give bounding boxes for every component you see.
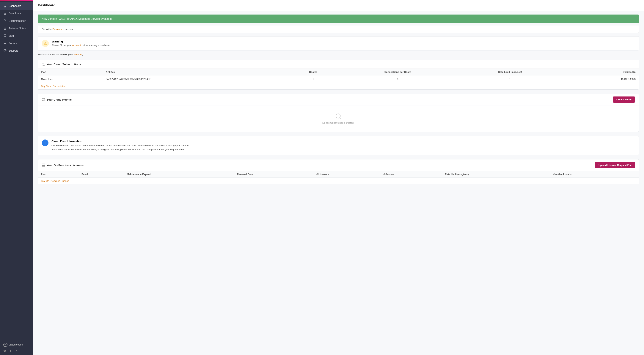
th-rate-limit: Rate Limit (msg/sec) (456, 69, 564, 75)
th-rate-limit: Rate Limit (msg/sec) (442, 171, 550, 178)
download-icon (3, 12, 7, 15)
cloud-icon (42, 62, 45, 66)
sidebar-item-label: Release Notes (8, 27, 29, 30)
warning-icon: ⚠ (42, 40, 49, 47)
warning-box: ⚠ Warning Please fill out your Account b… (38, 36, 639, 50)
sidebar-item-label: Support (8, 49, 29, 52)
th-rooms: Rooms (288, 69, 339, 75)
svg-point-9 (336, 114, 340, 118)
warning-content: Warning Please fill out your Account bef… (52, 40, 110, 46)
buy-cloud-subscription-link[interactable]: Buy Cloud Subscription (41, 85, 66, 87)
page-title: Dashboard (38, 3, 56, 7)
td-expires: 15-DEC-2023 (564, 75, 638, 83)
sidebar-item-label: Documentation (8, 19, 29, 22)
page-header: Dashboard (33, 0, 644, 11)
on-premises-header: Your On-Premises Licenses Upload License… (38, 159, 638, 171)
on-premises-title: Your On-Premises Licenses (46, 164, 84, 167)
buy-on-premises-row: Buy On-Premises License (38, 177, 638, 184)
sidebar-item-documentation[interactable]: Documentation (0, 17, 33, 24)
th-licenses: # Licenses (314, 171, 380, 178)
social-icons (3, 349, 29, 353)
svg-point-8 (15, 350, 15, 350)
sidebar-item-downloads[interactable]: Downloads (0, 10, 33, 17)
table-header-row: Plan API Key Rooms Connections per Room … (38, 69, 638, 75)
note-icon (3, 27, 7, 30)
table-row: Cloud Free 0A3377C015707059E065043998A2C… (38, 75, 638, 83)
cloud-free-info-desc: Our FREE cloud plan offers one free room… (52, 144, 189, 152)
sidebar-item-blog[interactable]: Blog (0, 32, 33, 39)
warning-desc-suffix: before making a purchase. (81, 44, 110, 46)
file-icon (3, 19, 7, 22)
chevron-right-icon: › (29, 42, 29, 44)
td-api-key: 0A3377C015707059E065043998A2C4EE (103, 75, 288, 83)
sidebar-footer: UC united codes. (0, 340, 33, 355)
content-area: New version (v23.1) of APEX Message Serv… (33, 11, 644, 192)
info-content: Cloud Free Information Our FREE cloud pl… (52, 139, 189, 152)
buy-subscription-cell: Buy Cloud Subscription (38, 83, 638, 90)
cloud-free-info-box: i Cloud Free Information Our FREE cloud … (38, 136, 639, 155)
portals-icon (3, 41, 7, 45)
info-icon: i (42, 139, 48, 146)
support-icon (3, 49, 7, 52)
th-plan: Plan (38, 171, 78, 178)
td-rooms: 1 (288, 75, 339, 83)
linkedin-icon[interactable] (14, 349, 18, 353)
search-empty-icon (335, 113, 342, 120)
cloud-rooms-title-wrap: Your Cloud Rooms (42, 98, 72, 101)
cloud-rooms-header: Your Cloud Rooms Create Room (38, 94, 638, 105)
empty-state-text: No rooms have been created. (322, 121, 354, 124)
sidebar-item-dashboard[interactable]: Dashboard (0, 2, 33, 10)
sidebar-item-label: Dashboard (8, 4, 29, 7)
sidebar-nav: Dashboard Downloads Documentation Releas… (0, 1, 33, 340)
th-api-key: API Key (103, 69, 288, 75)
account-link-warning[interactable]: Account (72, 44, 81, 46)
cloud-subscriptions-title: Your Cloud Subscriptions (46, 63, 81, 66)
home-icon (3, 4, 7, 8)
sidebar-item-portals[interactable]: Portals › (0, 39, 33, 47)
table-header-row: Plan Email Maintenance Expired Renewal D… (38, 171, 638, 178)
sidebar-logo: UC united codes. (3, 343, 29, 347)
th-maintenance: Maintenance Expired (124, 171, 234, 178)
cloud-subscriptions-table: Plan API Key Rooms Connections per Room … (38, 69, 638, 89)
svg-rect-12 (42, 165, 45, 167)
twitter-icon[interactable] (3, 349, 6, 353)
th-renewal: Renewal Date (234, 171, 314, 178)
on-premises-section: Your On-Premises Licenses Upload License… (38, 159, 639, 184)
sidebar: Dashboard Downloads Documentation Releas… (0, 0, 33, 355)
currency-text: Your currency is set to EUR (see Account… (38, 53, 639, 56)
create-room-button[interactable]: Create Room (613, 96, 635, 103)
th-active-installs: # Active Installs (550, 171, 638, 178)
cloud-free-info-title: Cloud Free Information (52, 139, 189, 143)
rooms-empty-state: No rooms have been created. (38, 105, 638, 132)
buy-subscription-row: Buy Cloud Subscription (38, 83, 638, 90)
td-connections: 5 (339, 75, 456, 83)
bookmark-icon (3, 34, 7, 37)
currency-bold: EUR (62, 53, 68, 56)
th-plan: Plan (38, 69, 103, 75)
buy-on-premises-link[interactable]: Buy On-Premises License (41, 180, 69, 182)
sidebar-item-release-notes[interactable]: Release Notes (0, 24, 33, 32)
chat-icon (42, 98, 45, 101)
on-premises-table: Plan Email Maintenance Expired Renewal D… (38, 171, 638, 184)
on-premises-title-wrap: Your On-Premises Licenses (42, 163, 84, 167)
facebook-icon[interactable] (9, 349, 12, 353)
currency-mid: (see (68, 53, 74, 56)
th-expires: Expires On (564, 69, 638, 75)
logo-text: united codes. (9, 343, 23, 346)
svg-point-5 (5, 43, 6, 43)
sidebar-item-label: Blog (8, 34, 29, 37)
upload-license-button[interactable]: Upload License Request File (595, 162, 635, 168)
sidebar-item-label: Downloads (8, 12, 29, 15)
logo-circle: UC (3, 343, 8, 347)
cloud-rooms-title: Your Cloud Rooms (46, 98, 72, 101)
currency-prefix: Your currency is set to (38, 53, 62, 56)
downloads-link[interactable]: Downloads (52, 28, 64, 30)
section-title-wrap: Your Cloud Subscriptions (42, 62, 81, 66)
account-link-currency[interactable]: Account (74, 53, 82, 56)
main-content: Dashboard New version (v23.1) of APEX Me… (33, 0, 644, 355)
banner-subtext: Go to the Downloads section. (38, 25, 639, 33)
svg-line-10 (340, 117, 341, 119)
sidebar-item-support[interactable]: Support (0, 47, 33, 54)
svg-rect-11 (42, 164, 45, 165)
td-plan: Cloud Free (38, 75, 103, 83)
